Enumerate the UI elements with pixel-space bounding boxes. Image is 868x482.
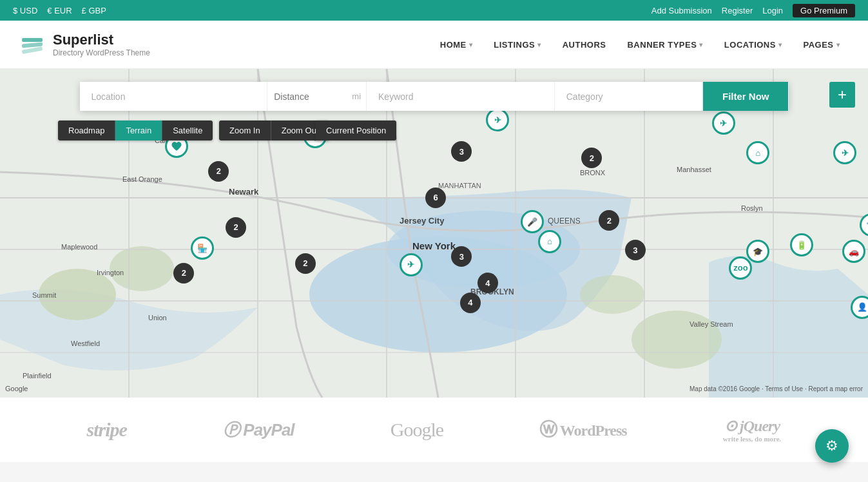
map-attribution[interactable]: Map data ©2016 Google · Terms of Use · R… bbox=[690, 385, 863, 392]
go-premium-button[interactable]: Go Premium bbox=[793, 4, 855, 17]
marker-plane-jfk[interactable]: ✈ bbox=[400, 253, 423, 276]
satellite-button[interactable]: Satellite bbox=[162, 120, 213, 140]
map-plus-button[interactable]: + bbox=[829, 82, 855, 108]
top-bar-actions: Add Submission Register Login Go Premium bbox=[651, 4, 855, 17]
distance-wrapper: mi bbox=[267, 82, 367, 111]
zoom-controls: Zoom In Zoom Out bbox=[219, 120, 329, 140]
nav-home[interactable]: HOME ▾ bbox=[431, 35, 482, 55]
category-select[interactable]: Category bbox=[555, 82, 702, 111]
paypal-logo: Ⓟ PayPal bbox=[223, 419, 294, 441]
map-background: Newark Jersey City New York BROOKLYN QUE… bbox=[0, 69, 868, 398]
marker-6-jersey[interactable]: 6 bbox=[425, 188, 446, 208]
map-svg: Newark Jersey City New York BROOKLYN QUE… bbox=[0, 69, 868, 398]
svg-point-8 bbox=[632, 311, 722, 369]
marker-2-elizabeth[interactable]: 2 bbox=[295, 253, 316, 274]
nav-pages[interactable]: PAGES ▾ bbox=[794, 35, 849, 55]
marker-4-bayshoreh[interactable]: 4 bbox=[477, 273, 498, 293]
currency-selector: $ USD € EUR £ GBP bbox=[13, 6, 106, 15]
svg-text:Summit: Summit bbox=[32, 291, 56, 299]
distance-unit: mi bbox=[352, 82, 366, 110]
nav-listings[interactable]: LISTINGS ▾ bbox=[485, 35, 550, 55]
nav-banner-types[interactable]: BANNER TYPES ▾ bbox=[618, 35, 711, 55]
nav-pages-arrow: ▾ bbox=[836, 41, 840, 48]
wordpress-logo: ⓦ WordPress bbox=[539, 418, 626, 442]
wrench-icon: ⚙ bbox=[825, 438, 838, 454]
marker-plane-nw[interactable]: ✈ bbox=[712, 111, 735, 135]
marker-2-nj[interactable]: 2 bbox=[208, 161, 229, 182]
main-nav: HOME ▾ LISTINGS ▾ AUTHORS BANNER TYPES ▾… bbox=[431, 35, 849, 55]
currency-gbp[interactable]: £ GBP bbox=[82, 6, 106, 15]
zoom-in-button[interactable]: Zoom In bbox=[219, 120, 271, 140]
nav-authors[interactable]: AUTHORS bbox=[554, 35, 615, 55]
nav-banner-arrow: ▾ bbox=[699, 41, 703, 48]
login-link[interactable]: Login bbox=[762, 6, 783, 15]
svg-text:Newark: Newark bbox=[229, 187, 259, 197]
currency-eur[interactable]: € EUR bbox=[47, 6, 72, 15]
register-link[interactable]: Register bbox=[722, 6, 753, 15]
partners-section: stripe Ⓟ PayPal Google ⓦ WordPress ⊙ jQu… bbox=[0, 398, 868, 462]
location-input[interactable] bbox=[80, 82, 268, 111]
svg-text:Plainfield: Plainfield bbox=[23, 372, 52, 380]
svg-point-9 bbox=[580, 275, 644, 314]
svg-text:New York: New York bbox=[412, 240, 456, 251]
map-section: mi Category Filter Now Roadmap Terrain S… bbox=[0, 69, 868, 398]
distance-input[interactable] bbox=[267, 82, 352, 111]
search-bar: mi Category Filter Now bbox=[80, 82, 789, 111]
svg-text:MANHATTAN: MANHATTAN bbox=[438, 182, 481, 189]
add-submission-link[interactable]: Add Submission bbox=[651, 6, 712, 15]
marker-3-bklyn2[interactable]: 3 bbox=[625, 240, 646, 260]
terrain-button[interactable]: Terrain bbox=[115, 120, 162, 140]
logo-icon bbox=[19, 32, 45, 57]
marker-battery[interactable]: 🔋 bbox=[790, 233, 813, 256]
svg-text:Roslyn: Roslyn bbox=[741, 204, 763, 212]
stripe-logo: stripe bbox=[87, 419, 127, 441]
google-logo: Google bbox=[391, 419, 443, 441]
svg-text:Irvington: Irvington bbox=[97, 269, 124, 276]
logo-area: Superlist Directory WordPress Theme bbox=[19, 32, 150, 57]
top-bar: $ USD € EUR £ GBP Add Submission Registe… bbox=[0, 0, 868, 21]
jquery-logo: ⊙ jQuery write less, do more. bbox=[723, 417, 782, 443]
marker-zoo[interactable]: zoo bbox=[729, 256, 752, 280]
svg-text:Manhasset: Manhasset bbox=[677, 166, 711, 173]
svg-text:Maplewood: Maplewood bbox=[61, 243, 97, 251]
current-position-button[interactable]: Current Position bbox=[316, 120, 396, 140]
svg-text:BRONX: BRONX bbox=[580, 169, 606, 177]
svg-text:Valley Stream: Valley Stream bbox=[690, 320, 733, 328]
marker-streetview[interactable]: 👤 bbox=[851, 296, 868, 319]
logo-text: Superlist Directory WordPress Theme bbox=[53, 32, 150, 57]
fab-button[interactable]: ⚙ bbox=[815, 429, 849, 462]
marker-4-sheepshead[interactable]: 4 bbox=[460, 293, 481, 313]
marker-car[interactable]: 🚗 bbox=[842, 240, 865, 263]
nav-locations-arrow: ▾ bbox=[778, 41, 782, 48]
nav-home-arrow: ▾ bbox=[469, 41, 473, 48]
roadmap-button[interactable]: Roadmap bbox=[58, 120, 115, 140]
site-name: Superlist bbox=[53, 32, 150, 48]
svg-text:QUEENS: QUEENS bbox=[548, 217, 581, 226]
marker-2-union[interactable]: 2 bbox=[226, 217, 246, 238]
svg-text:Westfield: Westfield bbox=[71, 340, 100, 347]
filter-button[interactable]: Filter Now bbox=[703, 82, 789, 111]
map-type-controls: Roadmap Terrain Satellite bbox=[58, 120, 213, 140]
site-tagline: Directory WordPress Theme bbox=[53, 48, 150, 57]
svg-text:Union: Union bbox=[148, 314, 167, 322]
marker-home-bklyn[interactable]: ⌂ bbox=[538, 230, 561, 253]
svg-text:Jersey City: Jersey City bbox=[400, 216, 445, 226]
header: Superlist Directory WordPress Theme HOME… bbox=[0, 21, 868, 69]
currency-usd[interactable]: $ USD bbox=[13, 6, 37, 15]
nav-listings-arrow: ▾ bbox=[537, 41, 541, 48]
nav-locations[interactable]: LOCATIONS ▾ bbox=[715, 35, 791, 55]
keyword-input[interactable] bbox=[367, 82, 555, 111]
google-watermark: Google bbox=[5, 385, 28, 392]
svg-text:East Orange: East Orange bbox=[122, 175, 162, 183]
svg-rect-0 bbox=[22, 38, 43, 42]
